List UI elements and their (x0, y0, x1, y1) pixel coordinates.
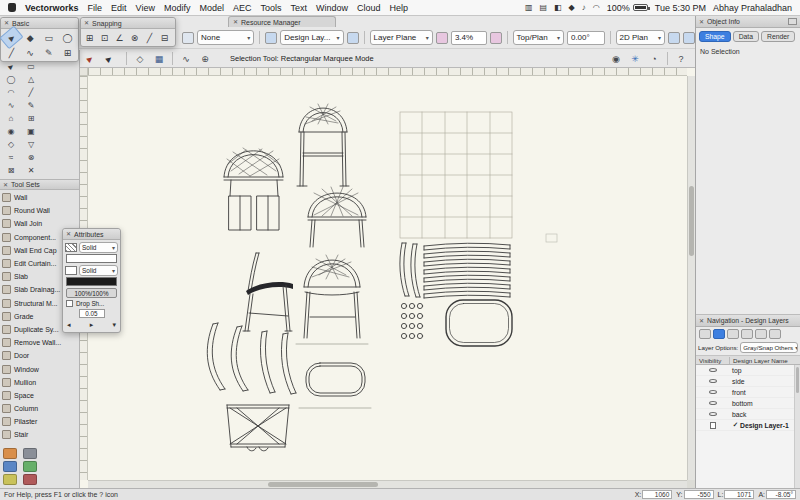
dims-notes-icon[interactable] (23, 448, 37, 459)
design-layers-mode-icon[interactable] (713, 329, 725, 339)
interactive-scale-icon[interactable]: ◇ (132, 51, 148, 66)
close-icon[interactable]: ✕ (233, 19, 238, 25)
snap-grid-icon[interactable]: ⊞ (82, 30, 97, 45)
close-icon[interactable]: ✕ (699, 19, 704, 25)
x-value-field[interactable]: 1060 (642, 490, 672, 499)
fill-style-dropdown[interactable]: Solid▾ (79, 242, 118, 253)
layer-options-dropdown[interactable]: Gray/Snap Others▾ (740, 342, 798, 353)
delete-tool-icon[interactable]: ✕ (21, 164, 41, 177)
rectangular-marquee-icon[interactable]: ▦ (151, 51, 167, 66)
visibility-eye-icon[interactable] (709, 390, 717, 394)
fill-pattern-swatch[interactable] (65, 243, 77, 252)
render-mode-icon[interactable] (668, 32, 680, 44)
zoom-mode-icon[interactable]: ⊕ (197, 51, 213, 66)
horizontal-scrollbar[interactable] (88, 480, 687, 488)
triangle-tool-icon[interactable]: △ (21, 73, 41, 86)
menu-modify[interactable]: Modify (164, 3, 191, 13)
lasso-marquee-icon[interactable]: ∿ (178, 51, 194, 66)
reference-point-icon[interactable]: ✳ (627, 51, 643, 66)
layer-dropdown[interactable]: Design Lay...▾ (280, 30, 343, 45)
layer-row-side[interactable]: side (696, 376, 800, 387)
zoom-field[interactable]: 3.4% (451, 31, 487, 45)
toolset-item-door[interactable]: Door (0, 349, 79, 362)
apple-menu-icon[interactable] (8, 3, 16, 12)
name-column-header[interactable]: Design Layer Name (730, 357, 788, 364)
diamond-tool-icon[interactable]: ◇ (1, 138, 21, 151)
wave-tool-icon[interactable]: ≈ (1, 151, 21, 164)
snap-object-icon[interactable]: ⊡ (97, 30, 112, 45)
multi-view-icon[interactable] (683, 32, 695, 44)
object-info-header[interactable]: ✕ Object Info (696, 16, 800, 28)
horizontal-scroll-thumb[interactable] (268, 482, 378, 487)
square-tool-icon[interactable]: ▣ (21, 125, 41, 138)
angle-value-field[interactable]: -8.05° (766, 490, 796, 499)
arc-tool-icon[interactable]: ◠ (1, 86, 21, 99)
line-weight-field[interactable]: 0.05 (79, 309, 105, 318)
menu-edit[interactable]: Edit (111, 3, 127, 13)
layer-row-design-layer-1[interactable]: ✓Design Layer-1 (696, 420, 800, 431)
close-icon[interactable]: ✕ (699, 318, 704, 324)
previous-arrow-icon[interactable]: ◂ (67, 321, 71, 329)
display-icon[interactable]: ▤ (539, 4, 547, 12)
palette-menu-icon[interactable]: ▾ (112, 321, 116, 329)
zoom-in-icon[interactable] (490, 32, 502, 44)
bluetooth-icon[interactable]: ◆ (569, 4, 575, 12)
drop-shadow-checkbox[interactable] (66, 300, 73, 307)
rectangle-tool-icon[interactable]: ▭ (40, 30, 59, 45)
toolset-item-mullion[interactable]: Mullion (0, 376, 79, 389)
visibility-eye-icon[interactable] (709, 401, 717, 405)
attributes-palette-titlebar[interactable]: ✕ Attributes (63, 229, 120, 240)
length-value-field[interactable]: 1071 (724, 490, 754, 499)
menu-view[interactable]: View (136, 3, 155, 13)
layer-row-back[interactable]: back (696, 409, 800, 420)
detailing-icon[interactable] (23, 474, 37, 485)
menu-model[interactable]: Model (199, 3, 224, 13)
visibility-column-header[interactable]: Visibility (696, 357, 730, 364)
building-shell-icon[interactable] (3, 448, 17, 459)
fill-color-swatch[interactable] (66, 254, 117, 263)
menu-window[interactable]: Window (316, 3, 348, 13)
toolset-item-remove-wall[interactable]: Remove Wall... (0, 336, 79, 349)
drawing-canvas[interactable] (88, 76, 687, 480)
vertical-scrollbar[interactable] (687, 76, 695, 480)
freehand-tool-icon[interactable]: ∿ (1, 99, 21, 112)
line-tool-icon[interactable]: ╱ (21, 86, 41, 99)
intersect-tool-icon[interactable]: ⊗ (21, 151, 41, 164)
panel-menu-icon[interactable] (788, 18, 797, 25)
menubar-clock[interactable]: Tue 5:30 PM (655, 3, 706, 13)
shortcuts-icon[interactable]: ▥ (525, 4, 533, 12)
layer-row-front[interactable]: front (696, 387, 800, 398)
snapping-palette-titlebar[interactable]: ✕ Snapping (81, 18, 175, 29)
visibility-eye-icon[interactable] (709, 379, 717, 383)
resource-manager-tab[interactable]: ✕ Resource Manager (228, 16, 336, 27)
layer-scroll-thumb[interactable] (796, 367, 799, 393)
close-icon[interactable]: ✕ (84, 20, 89, 26)
menu-tools[interactable]: Tools (260, 3, 281, 13)
menu-text[interactable]: Text (290, 3, 307, 13)
grid-tool-icon[interactable]: ⊞ (21, 112, 41, 125)
plane-dropdown[interactable]: Layer Plane▾ (370, 30, 433, 45)
zoom-out-icon[interactable] (436, 32, 448, 44)
point-tool-icon[interactable]: ◉ (1, 125, 21, 138)
layer-list-scrollbar[interactable] (794, 365, 800, 488)
menu-help[interactable]: Help (390, 3, 409, 13)
circle-tool-icon[interactable]: ◯ (58, 30, 77, 45)
class-dropdown[interactable]: None▾ (197, 30, 254, 45)
app-menu-title[interactable]: Vectorworks (25, 3, 79, 13)
pen-color-swatch[interactable] (66, 277, 117, 286)
opacity-button[interactable]: 100%/100% (66, 288, 117, 298)
clip-tool-icon[interactable]: ⊠ (1, 164, 21, 177)
freehand-tool-icon[interactable]: ∿ (21, 45, 40, 60)
snap-intersection-icon[interactable]: ⊗ (127, 30, 142, 45)
classes-mode-icon[interactable] (699, 329, 711, 339)
direct-select-icon[interactable]: ► (102, 48, 124, 70)
toolset-item-stair[interactable]: Stair (0, 428, 79, 441)
snap-angle-icon[interactable]: ∠ (112, 30, 127, 45)
layer-row-top[interactable]: top (696, 365, 800, 376)
tab-data[interactable]: Data (733, 31, 759, 42)
class-style-icon[interactable] (182, 32, 194, 44)
menu-cloud[interactable]: Cloud (357, 3, 381, 13)
pan-tool-icon[interactable]: ◆ (21, 30, 40, 45)
close-icon[interactable]: ✕ (3, 182, 8, 188)
layer-row-bottom[interactable]: bottom (696, 398, 800, 409)
